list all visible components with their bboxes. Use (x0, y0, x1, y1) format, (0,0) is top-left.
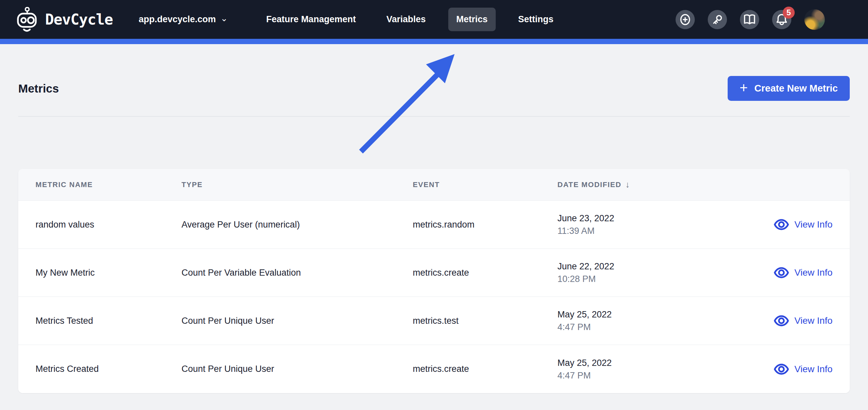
type-cell: Average Per User (numerical) (182, 220, 413, 230)
type-cell: Count Per Unique User (182, 316, 413, 326)
brand-name: DevCycle (45, 11, 113, 28)
view-info-link[interactable]: View Info (717, 267, 833, 278)
eye-icon (774, 364, 789, 375)
page-header: Metrics + Create New Metric (18, 76, 850, 101)
view-info-label: View Info (794, 315, 833, 326)
eye-icon (774, 267, 789, 278)
column-header-type[interactable]: Type (182, 181, 413, 189)
nav-item-feature-management[interactable]: Feature Management (258, 8, 364, 31)
accent-bar (0, 39, 868, 44)
table-header-row: Metric Name Type Event Date Modified ↓ (18, 169, 850, 201)
eye-icon (774, 219, 789, 230)
type-cell: Count Per Unique User (182, 364, 413, 374)
date-modified-cell: May 25, 2022 4:47 PM (557, 356, 717, 382)
brand[interactable]: DevCycle (15, 7, 113, 32)
view-info-link[interactable]: View Info (717, 364, 833, 375)
metric-name-cell: random values (35, 220, 182, 230)
view-info-label: View Info (794, 267, 833, 278)
create-new-metric-label: Create New Metric (754, 83, 838, 94)
date-modified-cell: June 23, 2022 11:39 AM (557, 212, 717, 237)
app-root: DevCycle app.devcycle.com ⌄ Feature Mana… (0, 0, 868, 410)
org-selector-dropdown[interactable]: app.devcycle.com ⌄ (139, 14, 228, 25)
docs-button[interactable] (740, 10, 759, 29)
header-divider (18, 116, 850, 117)
plus-circle-icon (679, 13, 691, 26)
column-header-date-modified[interactable]: Date Modified ↓ (557, 180, 717, 190)
sort-desc-icon: ↓ (625, 180, 630, 190)
create-quick-button[interactable] (676, 10, 695, 29)
nav-item-settings[interactable]: Settings (510, 8, 562, 31)
view-info-link[interactable]: View Info (717, 219, 833, 230)
table-row: Metrics Created Count Per Unique User me… (18, 345, 850, 393)
api-keys-button[interactable] (708, 10, 727, 29)
top-navbar: DevCycle app.devcycle.com ⌄ Feature Mana… (0, 0, 868, 39)
user-avatar[interactable] (804, 9, 825, 30)
type-cell: Count Per Variable Evaluation (182, 268, 413, 278)
event-cell: metrics.create (413, 364, 557, 374)
metric-name-cell: Metrics Tested (35, 316, 182, 326)
date-modified-cell: June 22, 2022 10:28 PM (557, 260, 717, 285)
view-info-label: View Info (794, 364, 833, 375)
column-header-metric-name[interactable]: Metric Name (35, 181, 182, 189)
table-row: My New Metric Count Per Variable Evaluat… (18, 249, 850, 297)
nav-menu: Feature Management Variables Metrics Set… (258, 8, 561, 31)
notification-badge: 5 (783, 7, 795, 19)
org-selector-label: app.devcycle.com (139, 14, 216, 25)
chevron-down-icon: ⌄ (221, 13, 228, 24)
event-cell: metrics.create (413, 268, 557, 278)
notifications-button[interactable]: 5 (772, 10, 792, 29)
view-info-label: View Info (794, 219, 833, 230)
metrics-table: Metric Name Type Event Date Modified ↓ r… (18, 169, 850, 393)
devcycle-logo-icon (15, 7, 38, 32)
key-icon (711, 13, 723, 26)
book-icon (743, 14, 756, 25)
nav-item-metrics[interactable]: Metrics (448, 8, 496, 31)
view-info-link[interactable]: View Info (717, 315, 833, 326)
event-cell: metrics.random (413, 220, 557, 230)
metric-name-cell: My New Metric (35, 268, 182, 278)
navbar-actions: 5 (676, 9, 825, 30)
metric-name-cell: Metrics Created (35, 364, 182, 374)
table-row: random values Average Per User (numerica… (18, 201, 850, 249)
eye-icon (774, 315, 789, 326)
column-header-event[interactable]: Event (413, 181, 557, 189)
event-cell: metrics.test (413, 316, 557, 326)
date-modified-cell: May 25, 2022 4:47 PM (557, 308, 717, 334)
table-row: Metrics Tested Count Per Unique User met… (18, 297, 850, 345)
page-title: Metrics (18, 82, 59, 95)
main-content: Metrics + Create New Metric Metric Name … (0, 44, 868, 393)
nav-item-variables[interactable]: Variables (378, 8, 434, 31)
create-new-metric-button[interactable]: + Create New Metric (727, 76, 850, 101)
